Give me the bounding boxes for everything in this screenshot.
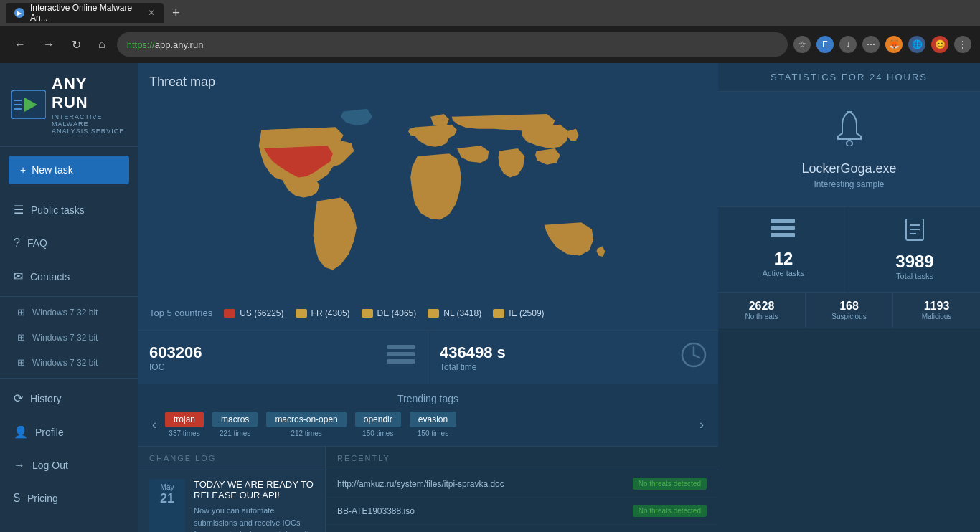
ioc-value: 603206	[149, 343, 202, 362]
recent-url-1: BB-ATE1903388.iso	[337, 506, 415, 516]
left-panel: Threat map	[138, 63, 718, 532]
svg-rect-6	[387, 345, 415, 349]
faq-label: FAQ	[27, 237, 47, 249]
home-button[interactable]: ⌂	[93, 35, 111, 54]
recent-url-0: http://amkuz.ru/system/files/itpi-spravk…	[337, 479, 504, 489]
contacts-label: Contacts	[30, 271, 70, 282]
recent-status-1: No threats detected	[633, 505, 707, 517]
recent-item-2[interactable]: http://sharonwq41.dip.jp/more253.html No…	[326, 525, 718, 532]
back-button[interactable]: ←	[9, 35, 32, 54]
pricing-label: Pricing	[27, 493, 58, 504]
legend-us: US (66225)	[224, 308, 283, 318]
extension-4[interactable]: 🦊	[885, 36, 903, 53]
legend-ie: IE (2509)	[493, 308, 544, 318]
extension-3[interactable]: ⋯	[862, 36, 880, 53]
sidebar-item-logout[interactable]: → Log Out	[0, 449, 138, 482]
sidebar-nav: ☰ Public tasks ? FAQ ✉ Contacts ⊞ Window…	[0, 193, 138, 532]
malicious-label: Malicious	[899, 313, 974, 320]
extension-1[interactable]: E	[816, 36, 834, 53]
right-panel: STATISTICS FOR 24 HOURS LockerGoga.exe I…	[718, 63, 980, 532]
sidebar-item-history[interactable]: ⟳ History	[0, 381, 138, 415]
bookmark-button[interactable]: ☆	[793, 36, 811, 53]
sidebar-item-windows-0[interactable]: ⊞ Windows 7 32 bit	[0, 300, 138, 325]
history-label: History	[30, 393, 62, 404]
ioc-label: IOC	[149, 362, 202, 372]
active-tab[interactable]: ▶ Interactive Online Malware An... ✕	[6, 3, 164, 23]
tab-close-button[interactable]: ✕	[148, 8, 155, 18]
sidebar-item-faq[interactable]: ? FAQ	[0, 227, 138, 260]
bottom-panels: CHANGE LOG May 21 TODAY WE ARE READY TO …	[138, 446, 718, 532]
profile-label: Profile	[35, 427, 64, 438]
carousel-next-button[interactable]: ›	[697, 414, 707, 435]
total-tasks-label: Total tasks	[896, 272, 933, 280]
reload-button[interactable]: ↻	[66, 35, 87, 54]
sidebar-item-profile[interactable]: 👤 Profile	[0, 415, 138, 449]
active-tasks-icon	[771, 219, 796, 243]
trojan-badge[interactable]: trojan	[165, 412, 204, 427]
no-threats-label: No threats	[724, 313, 799, 320]
svg-rect-8	[387, 359, 415, 364]
recently-section: RECENTLY http://amkuz.ru/system/files/it…	[325, 446, 718, 532]
windows-label-0: Windows 7 32 bit	[32, 308, 98, 318]
threat-map-title: Threat map	[149, 75, 707, 90]
no-threats-value: 2628	[724, 300, 799, 313]
changelog-day-0: 21	[156, 491, 178, 506]
carousel-prev-button[interactable]: ‹	[149, 414, 159, 435]
new-task-button[interactable]: + New task	[9, 156, 129, 184]
windows-icon-1: ⊞	[17, 332, 25, 343]
countries-legend: Top 5 countries US (66225) FR (4305) DE …	[149, 308, 707, 318]
evasion-badge[interactable]: evasion	[410, 412, 456, 427]
opendir-badge[interactable]: opendir	[355, 412, 401, 427]
malicious-value: 1193	[899, 300, 974, 313]
sidebar-item-windows-2[interactable]: ⊞ Windows 7 32 bit	[0, 350, 138, 375]
pricing-icon: $	[14, 492, 20, 505]
logout-label: Log Out	[32, 460, 68, 471]
recent-status-0: No threats detected	[633, 478, 707, 490]
changelog-section: CHANGE LOG May 21 TODAY WE ARE READY TO …	[138, 446, 325, 532]
ie-label: IE (2509)	[509, 308, 544, 318]
sidebar-item-public-tasks[interactable]: ☰ Public tasks	[0, 193, 138, 227]
forward-button[interactable]: →	[37, 35, 60, 54]
macros-count: 221 times	[220, 429, 250, 437]
logo: ANY RUN INTERACTIVE MALWARE ANALYSIS SER…	[11, 75, 126, 135]
ie-color	[493, 309, 504, 318]
extension-2[interactable]: ↓	[839, 36, 857, 53]
new-tab-button[interactable]: +	[166, 6, 186, 21]
macros-on-open-badge[interactable]: macros-on-open	[266, 412, 346, 427]
evasion-count: 150 times	[418, 429, 448, 437]
svg-line-11	[694, 355, 699, 358]
tag-opendir: opendir 150 times	[355, 412, 401, 437]
de-label: DE (4065)	[377, 308, 417, 318]
sidebar-item-pricing[interactable]: $ Pricing	[0, 482, 138, 515]
extension-6[interactable]: 😊	[931, 36, 948, 53]
no-threats-stat: 2628 No threats	[718, 293, 806, 328]
active-tasks-value: 12	[774, 249, 793, 269]
us-label: US (66225)	[240, 308, 283, 318]
logo-area: ANY RUN INTERACTIVE MALWARE ANALYSIS SER…	[0, 63, 138, 147]
fr-label: FR (4305)	[311, 308, 350, 318]
logout-icon: →	[14, 459, 25, 472]
ioc-icon	[387, 343, 416, 371]
recent-item-0[interactable]: http://amkuz.ru/system/files/itpi-spravk…	[326, 470, 718, 498]
active-tasks-label: Active tasks	[763, 269, 805, 277]
menu-button[interactable]: ⋮	[954, 36, 971, 53]
recent-item-1[interactable]: BB-ATE1903388.iso No threats detected	[326, 498, 718, 525]
app-body: ANY RUN INTERACTIVE MALWARE ANALYSIS SER…	[0, 63, 980, 532]
tasks-stats: 12 Active tasks 3989	[718, 207, 980, 293]
logo-icon	[11, 90, 46, 119]
changelog-month-0: May	[156, 483, 178, 491]
sidebar-item-windows-1[interactable]: ⊞ Windows 7 32 bit	[0, 325, 138, 350]
de-color	[362, 309, 373, 318]
svg-rect-16	[771, 233, 795, 237]
suspicious-label: Suspicious	[811, 313, 887, 320]
extension-5[interactable]: 🌐	[908, 36, 925, 53]
tag-macros: macros 221 times	[212, 412, 258, 437]
sidebar-item-contacts[interactable]: ✉ Contacts	[0, 260, 138, 293]
public-tasks-label: Public tasks	[31, 204, 85, 216]
address-bar[interactable]: https://app.any.run	[117, 32, 788, 57]
legend-fr: FR (4305)	[296, 308, 350, 318]
total-tasks-value: 3989	[895, 252, 933, 272]
macros-badge[interactable]: macros	[212, 412, 258, 427]
time-stat-card: 436498 s Total time	[428, 331, 718, 384]
history-icon: ⟳	[14, 391, 23, 405]
